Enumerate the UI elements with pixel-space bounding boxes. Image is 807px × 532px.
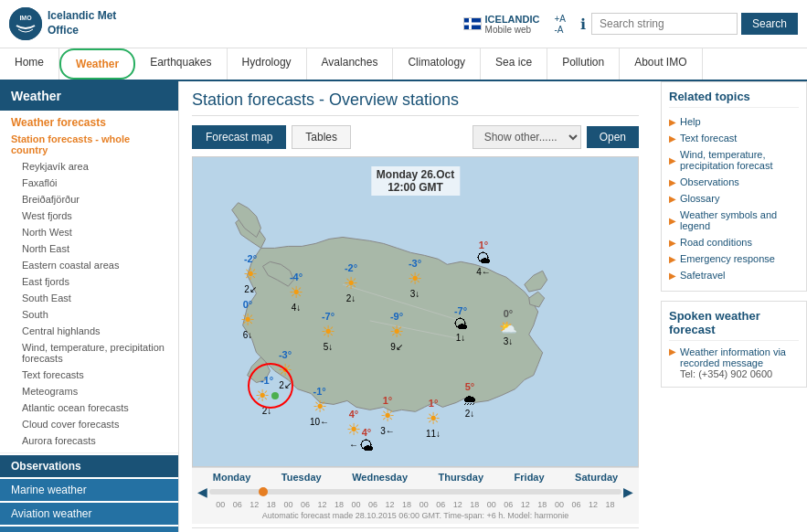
related-road-conditions[interactable]: ▶ Road conditions — [669, 234, 799, 250]
related-arrow-sym: ▶ — [669, 216, 676, 226]
tab-forecast-map[interactable]: Forecast map — [192, 125, 286, 149]
sidebar-item-south[interactable]: South — [0, 306, 178, 323]
spoken-forecast-box: Spoken weather forecast ▶ Weather inform… — [661, 301, 807, 388]
timeline-left-arrow[interactable]: ◀ — [197, 484, 207, 499]
sidebar-observations[interactable]: Observations — [0, 455, 178, 477]
related-help[interactable]: ▶ Help — [669, 113, 799, 130]
wx-point-n2: -3° ☀ 3↓ — [408, 258, 422, 299]
timeline-days: Monday Tuesday Wednesday Thursday Friday… — [197, 472, 633, 483]
wx-point-interior1: -7° ☀ 5↓ — [321, 311, 335, 352]
nav-avalanches[interactable]: Avalanches — [307, 48, 394, 80]
main-nav: Home Weather Earthquakes Hydrology Avala… — [0, 48, 807, 81]
timeline-track[interactable] — [209, 489, 621, 495]
spoken-forecast-link[interactable]: ▶ Weather information via recorded messa… — [669, 346, 799, 368]
sidebar-item-meteograms[interactable]: Meteograms — [0, 383, 178, 399]
bottom-search-row: 🔍 Find forecast for station Open Station… — [192, 527, 639, 532]
sidebar-item-east-fjords[interactable]: East fjords — [0, 273, 178, 290]
timeline-right-arrow[interactable]: ▶ — [623, 484, 633, 499]
font-increase[interactable]: +A — [554, 14, 566, 24]
nav-about-imo[interactable]: About IMO — [620, 48, 702, 80]
related-arrow-glos: ▶ — [669, 194, 676, 204]
sidebar-item-north-west[interactable]: North West — [0, 224, 178, 240]
related-safetravel[interactable]: ▶ Safetravel — [669, 267, 799, 283]
wx-point-s1: 1° ☀ 3← — [380, 395, 395, 436]
header: IMO Icelandic Met Office ICELANDIC Mobil… — [0, 0, 807, 48]
sidebar-item-wind-temp[interactable]: Wind, temperature, precipitation forecas… — [0, 339, 178, 367]
related-topics-box: Related topics ▶ Help ▶ Text forecast ▶ … — [661, 81, 807, 292]
logo: IMO Icelandic Met Office — [9, 7, 116, 40]
related-arrow-obs: ▶ — [669, 177, 676, 187]
lang-selector[interactable]: ICELANDIC Mobile web — [463, 14, 540, 35]
info-icon[interactable]: ℹ — [580, 16, 586, 33]
timeline-wednesday: Wednesday — [352, 472, 408, 483]
spoken-arrow: ▶ — [669, 346, 676, 356]
logo-text: Icelandic Met Office — [48, 9, 116, 37]
timeline-monday: Monday — [213, 472, 251, 483]
related-text-forecast[interactable]: ▶ Text forecast — [669, 130, 799, 146]
nav-hydrology[interactable]: Hydrology — [228, 48, 307, 80]
related-glossary[interactable]: ▶ Glossary — [669, 190, 799, 207]
related-arrow-road: ▶ — [669, 238, 676, 248]
tab-row: Forecast map Tables Show other...... Ope… — [192, 125, 639, 149]
font-decrease[interactable]: -A — [554, 25, 566, 35]
sidebar-item-atlantic[interactable]: Atlantic ocean forecasts — [0, 399, 178, 416]
timeline: Monday Tuesday Wednesday Thursday Friday… — [192, 467, 639, 524]
spoken-forecast-title: Spoken weather forecast — [669, 309, 799, 341]
search-bar: Search — [591, 13, 798, 35]
show-other-dropdown[interactable]: Show other...... — [473, 125, 581, 149]
timeline-saturday: Saturday — [575, 472, 618, 483]
nav-earthquakes[interactable]: Earthquakes — [135, 48, 227, 80]
right-panel: Related topics ▶ Help ▶ Text forecast ▶ … — [652, 81, 807, 532]
sidebar-marine-weather[interactable]: Marine weather — [0, 479, 178, 501]
timeline-friday: Friday — [515, 472, 545, 483]
wx-point-sw1: -3° ☀ 2↙ — [278, 349, 292, 390]
related-observations[interactable]: ▶ Observations — [669, 174, 799, 190]
wx-point-w1: 0° ☀ 6↓ — [240, 299, 255, 340]
sidebar-climate-in-iceland[interactable]: Climate in Iceland — [0, 527, 178, 532]
related-topics-title: Related topics — [669, 90, 799, 108]
svg-point-0 — [9, 7, 42, 40]
sidebar-item-west-fjords[interactable]: West fjords — [0, 207, 178, 224]
related-weather-symbols[interactable]: ▶ Weather symbols and legend — [669, 207, 799, 234]
open-button[interactable]: Open — [587, 126, 639, 148]
timeline-bar: ◀ ▶ — [197, 484, 633, 499]
sidebar-item-faxafloi[interactable]: Faxaflói — [0, 175, 178, 191]
related-emergency-response[interactable]: ▶ Emergency response — [669, 250, 799, 267]
search-button[interactable]: Search — [741, 13, 798, 35]
forecast-map[interactable]: Monday 26.Oct 12:00 GMT — [192, 156, 639, 467]
sidebar-item-eastern-coastal[interactable]: Eastern coastal areas — [0, 257, 178, 273]
sidebar-item-north-east[interactable]: North East — [0, 240, 178, 257]
search-input[interactable] — [591, 13, 738, 35]
nav-home[interactable]: Home — [0, 48, 59, 80]
related-arrow-emerg: ▶ — [669, 254, 676, 264]
wx-point-nw1: -2° ☀ 2↙ — [243, 253, 258, 294]
nav-sea-ice[interactable]: Sea ice — [481, 48, 547, 80]
sidebar-item-breidafjordur[interactable]: Breiðafjörður — [0, 191, 178, 207]
related-arrow-wind: ▶ — [669, 155, 676, 165]
wx-point-sw2: -1° ☀ 10← — [310, 386, 329, 427]
wx-point-s2: 1° ☀ 11↓ — [426, 398, 441, 439]
sidebar-item-south-east[interactable]: South East — [0, 290, 178, 306]
related-wind-temp[interactable]: ▶ Wind, temperature, precipitation forec… — [669, 146, 799, 174]
nav-pollution[interactable]: Pollution — [547, 48, 620, 80]
sidebar-item-text-forecasts[interactable]: Text forecasts — [0, 367, 178, 383]
nav-weather[interactable]: Weather — [59, 48, 135, 80]
wx-point-e1: -7° 🌤 1↓ — [453, 305, 468, 343]
sidebar: Weather Weather forecasts Station foreca… — [0, 81, 179, 532]
wx-point-e2: 0° ⛅ 3↓ — [499, 308, 517, 346]
sidebar-item-aurora[interactable]: Aurora forecasts — [0, 432, 178, 449]
sidebar-header: Weather — [0, 81, 178, 111]
sidebar-item-cloud-cover[interactable]: Cloud cover forecasts — [0, 416, 178, 432]
main-body: Weather Weather forecasts Station foreca… — [0, 81, 807, 532]
sidebar-item-reykjavik[interactable]: Reykjavík area — [0, 158, 178, 175]
tab-tables[interactable]: Tables — [292, 125, 351, 149]
related-arrow-help: ▶ — [669, 117, 676, 127]
sidebar-aviation-weather[interactable]: Aviation weather — [0, 503, 178, 525]
wx-point-se1: 5° 🌧 2↓ — [462, 381, 477, 419]
sidebar-item-station-forecasts[interactable]: Station forecasts - whole country — [0, 131, 178, 158]
wx-point-ne1: 1° 🌤 4← — [476, 239, 491, 277]
wx-point-nw2: -4° ☀ 4↓ — [289, 271, 303, 313]
iceland-map-svg — [193, 157, 638, 466]
sidebar-item-central-highlands[interactable]: Central highlands — [0, 323, 178, 339]
nav-climatology[interactable]: Climatology — [393, 48, 481, 80]
